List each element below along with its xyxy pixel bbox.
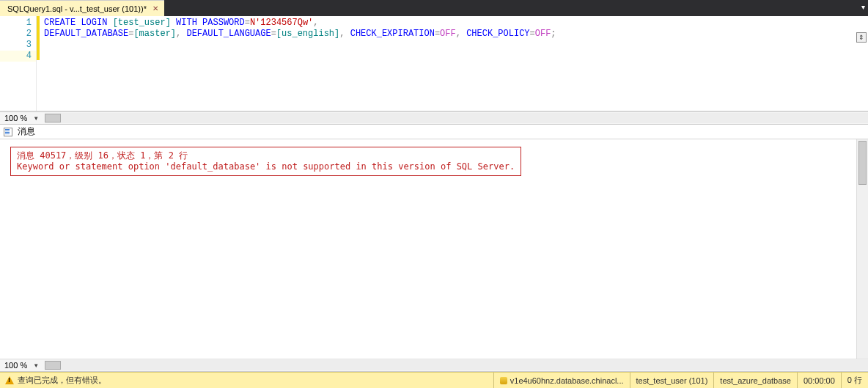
hscroll-thumb[interactable]: [45, 361, 61, 370]
messages-panel: 消息 40517，级别 16，状态 1，第 2 行 Keyword or sta…: [0, 139, 868, 359]
line-number: 4: [0, 51, 36, 62]
vscroll-thumb[interactable]: [858, 141, 867, 185]
chevron-down-icon[interactable]: ▼: [30, 362, 42, 369]
code-area[interactable]: CREATE LOGIN [test_user] WITH PASSWORD=N…: [40, 16, 868, 111]
line-number: 3: [26, 40, 32, 50]
messages-label: 消息: [18, 125, 35, 138]
sql-editor[interactable]: 1 2 3 4 CREATE LOGIN [test_user] WITH PA…: [0, 16, 868, 111]
zoom-value[interactable]: 100 %: [0, 361, 30, 370]
status-time: 00:00:00: [797, 373, 841, 388]
zoom-value[interactable]: 100 %: [0, 114, 30, 122]
status-server[interactable]: v1e4u60hnz.database.chinacl...: [493, 373, 630, 388]
split-icon[interactable]: ⇕: [856, 32, 867, 43]
status-text: 查询已完成，但有错误。: [18, 375, 106, 386]
tab-overflow-icon[interactable]: ▾: [861, 3, 865, 11]
messages-header[interactable]: 消息: [0, 125, 868, 139]
hscroll-thumb[interactable]: [45, 114, 61, 122]
status-database[interactable]: test_azure_datbase: [713, 373, 797, 388]
chevron-down-icon[interactable]: ▼: [30, 115, 42, 122]
status-bar: 查询已完成，但有错误。 v1e4u60hnz.database.chinacl.…: [0, 372, 868, 388]
status-rows: 0 行: [841, 373, 868, 388]
status-user[interactable]: test_test_user (101): [630, 373, 714, 388]
error-message[interactable]: 消息 40517，级别 16，状态 1，第 2 行 Keyword or sta…: [10, 147, 521, 176]
line-number: 2: [26, 29, 32, 39]
warning-icon: [4, 376, 15, 386]
hscroll-track[interactable]: [45, 113, 868, 123]
messages-icon: [3, 127, 13, 137]
tab-sqlquery1[interactable]: SQLQuery1.sql - v...t_test_user (101))* …: [0, 0, 164, 16]
tab-bar: SQLQuery1.sql - v...t_test_user (101))* …: [0, 0, 868, 16]
close-icon[interactable]: ✕: [151, 4, 160, 12]
hscroll-track[interactable]: [45, 360, 868, 370]
vscroll[interactable]: [856, 139, 868, 359]
line-gutter: 1 2 3 4: [0, 16, 37, 111]
line-number: 1: [26, 18, 32, 28]
zoom-row-editor: 100 % ▼: [0, 111, 868, 125]
tab-title: SQLQuery1.sql - v...t_test_user (101))*: [7, 4, 147, 13]
zoom-row-messages: 100 % ▼: [0, 359, 868, 372]
